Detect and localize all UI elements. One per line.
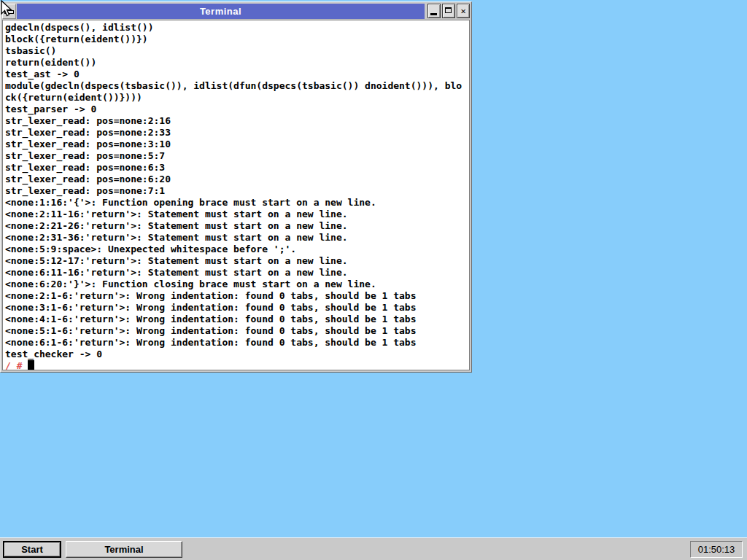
- terminal-line: str_lexer_read: pos=none:6:20: [5, 174, 469, 185]
- maximize-icon: [445, 7, 452, 13]
- start-button[interactable]: Start: [3, 541, 61, 558]
- terminal-line: <none:6:11-16:'return'>: Statement must …: [5, 267, 469, 279]
- terminal-line: str_lexer_read: pos=none:7:1: [5, 185, 469, 197]
- window-title: Terminal: [200, 6, 241, 17]
- minimize-icon: [430, 13, 437, 15]
- terminal-line: ck({return(eident())}))): [5, 92, 469, 104]
- terminal-line: str_lexer_read: pos=none:2:33: [5, 127, 469, 139]
- terminal-line: <none:2:21-26:'return'>: Statement must …: [5, 220, 469, 232]
- terminal-line: <none:6:1-6:'return'>: Wrong indentation…: [5, 337, 469, 349]
- minimize-button[interactable]: [427, 4, 441, 18]
- terminal-line: test_checker -> 0: [5, 349, 469, 360]
- terminal-line: <none:4:1-6:'return'>: Wrong indentation…: [5, 314, 469, 325]
- taskbar: Start Terminal 01:50:13: [0, 537, 747, 560]
- terminal-line: <none:3:1-6:'return'>: Wrong indentation…: [5, 302, 469, 314]
- terminal-line: <none:2:1-6:'return'>: Wrong indentation…: [5, 290, 469, 302]
- terminal-line: return(eident()): [5, 57, 469, 69]
- prompt-line: / #: [5, 360, 469, 370]
- terminal-line: test_ast -> 0: [5, 69, 469, 80]
- terminal-line: <none:2:11-16:'return'>: Statement must …: [5, 209, 469, 220]
- titlebar[interactable]: Terminal ✕: [2, 4, 470, 19]
- taskbar-item-terminal[interactable]: Terminal: [66, 541, 182, 558]
- terminal-line: gdecln(dspecs(), idlist()): [5, 22, 469, 34]
- terminal-line: <none:1:16:'{'>: Function opening brace …: [5, 197, 469, 209]
- titlebar-drag-area[interactable]: Terminal: [17, 4, 425, 19]
- shell-prompt: / #: [5, 360, 28, 370]
- terminal-window: Terminal ✕ gdecln(dspecs(), idlist())blo…: [0, 1, 472, 373]
- terminal-line: str_lexer_read: pos=none:3:10: [5, 139, 469, 150]
- terminal-line: <none:2:31-36:'return'>: Statement must …: [5, 232, 469, 244]
- text-cursor: [28, 360, 34, 370]
- terminal-line: str_lexer_read: pos=none:2:16: [5, 115, 469, 127]
- window-menu-icon: [4, 10, 14, 14]
- terminal-line: <none:6:20:'}'>: Function closing brace …: [5, 279, 469, 290]
- terminal-line: module(gdecln(dspecs(tsbasic()), idlist(…: [5, 80, 469, 92]
- terminal-line: block({return(eident())}): [5, 34, 469, 45]
- taskbar-clock: 01:50:13: [690, 541, 743, 558]
- close-button[interactable]: ✕: [457, 4, 470, 18]
- terminal-client-area[interactable]: gdecln(dspecs(), idlist())block({return(…: [2, 20, 470, 370]
- close-icon: ✕: [457, 5, 469, 17]
- terminal-line: <none:5:12-17:'return'>: Statement must …: [5, 255, 469, 267]
- terminal-line: tsbasic(): [5, 45, 469, 57]
- terminal-line: test_parser -> 0: [5, 104, 469, 115]
- terminal-line: <none:5:1-6:'return'>: Wrong indentation…: [5, 325, 469, 337]
- terminal-line: str_lexer_read: pos=none:6:3: [5, 162, 469, 174]
- terminal-line: str_lexer_read: pos=none:5:7: [5, 150, 469, 162]
- terminal-line: <none:5:9:space>: Unexpected whitespace …: [5, 244, 469, 255]
- window-menu-button[interactable]: [2, 4, 16, 19]
- terminal-output: gdecln(dspecs(), idlist())block({return(…: [5, 22, 469, 360]
- desktop: Terminal ✕ gdecln(dspecs(), idlist())blo…: [0, 0, 747, 560]
- maximize-button[interactable]: [442, 4, 455, 18]
